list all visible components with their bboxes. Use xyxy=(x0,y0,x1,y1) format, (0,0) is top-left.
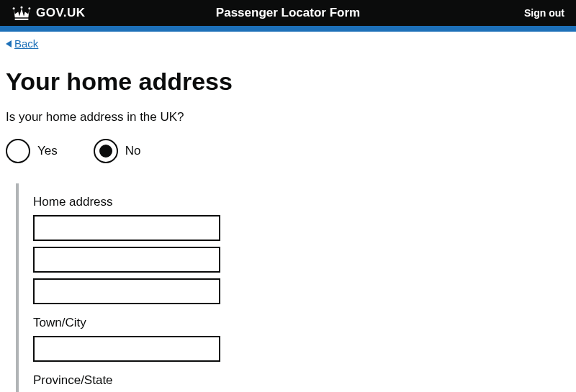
province-state-label: Province/State xyxy=(33,373,570,388)
conditional-panel: Home address Town/City Province/State xyxy=(16,183,570,393)
town-city-label: Town/City xyxy=(33,316,570,330)
radio-no-control xyxy=(94,139,118,163)
question-text: Is your home address in the UK? xyxy=(6,110,570,124)
home-address-line2[interactable] xyxy=(33,247,220,273)
home-link[interactable]: GOV.UK xyxy=(12,5,86,21)
radio-group: Yes No xyxy=(6,139,570,163)
crown-icon xyxy=(12,5,32,21)
radio-no-label: No xyxy=(125,144,141,158)
radio-no[interactable]: No xyxy=(94,139,141,163)
service-title: Passenger Locator Form xyxy=(216,6,360,20)
main-content: Your home address Is your home address i… xyxy=(0,50,576,393)
back-link-text: Back xyxy=(14,37,38,50)
global-header: GOV.UK Passenger Locator Form Sign out xyxy=(0,0,576,26)
radio-yes-control xyxy=(6,139,30,163)
back-link[interactable]: Back xyxy=(6,37,38,50)
town-city-group: Town/City xyxy=(33,316,570,362)
radio-yes[interactable]: Yes xyxy=(6,139,58,163)
home-address-line3[interactable] xyxy=(33,278,220,304)
radio-yes-label: Yes xyxy=(37,144,58,158)
home-address-label: Home address xyxy=(33,195,570,209)
back-arrow-icon xyxy=(6,40,12,47)
page-heading: Your home address xyxy=(6,68,570,96)
province-state-group: Province/State xyxy=(33,373,570,393)
sign-out-link[interactable]: Sign out xyxy=(524,7,564,19)
home-address-line1[interactable] xyxy=(33,215,220,241)
town-city-input[interactable] xyxy=(33,336,220,362)
header-blue-bar xyxy=(0,26,576,32)
home-address-group: Home address xyxy=(33,195,570,304)
site-name: GOV.UK xyxy=(36,6,86,20)
